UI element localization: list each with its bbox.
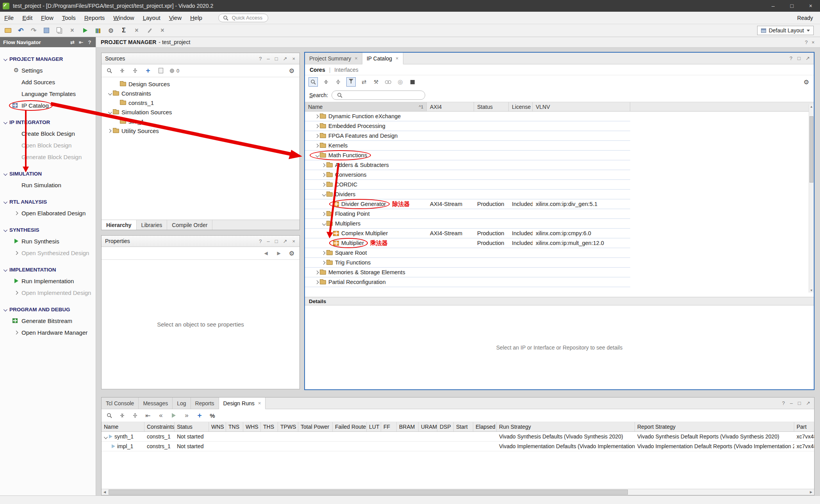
ip-row-multiplier[interactable]: Multiplier乘法器ProductionIncludedxilinx.co… [305,238,630,248]
column-header-name[interactable]: Name^1 [305,102,427,111]
float-button[interactable]: ↗ [282,56,288,62]
step-back-icon[interactable]: ⇤ [144,412,152,419]
flow-section-header-program-and-debug[interactable]: PROGRAM AND DEBUG [0,304,96,315]
ip-row-multipliers[interactable]: Multipliers [305,219,630,229]
tab-messages[interactable]: Messages [139,398,173,409]
settings-icon[interactable]: ⚙ [802,78,810,86]
tab-design-runs[interactable]: Design Runs× [219,398,266,409]
menu-edit[interactable]: Edit [18,12,37,24]
chevron-right-icon[interactable] [314,144,320,147]
chevron-right-icon[interactable] [314,271,320,274]
ip-row-fpga-features-and-design[interactable]: FPGA Features and Design [305,131,630,141]
menu-tools[interactable]: Tools [58,12,80,24]
delete-icon[interactable]: × [68,27,76,34]
undo-icon[interactable]: ↶ [17,27,25,34]
sidebar-item-run-implementation[interactable]: Run Implementation [0,275,96,287]
column-header-tns[interactable]: TNS [226,422,243,431]
flow-section-header-synthesis[interactable]: SYNTHESIS [0,224,96,235]
window-close-button[interactable]: × [801,0,820,12]
column-header-status[interactable]: Status [474,102,509,111]
clipboard-icon[interactable] [157,67,165,75]
sidebar-item-open-elaborated-design[interactable]: Open Elaborated Design [0,207,96,219]
run-row-synth-1[interactable]: synth_1constrs_1Not startedVivado Synthe… [102,432,814,442]
target-icon[interactable]: ◎ [396,78,404,86]
tab-hierarchy[interactable]: Hierarchy [102,220,137,230]
tab-interfaces[interactable]: Interfaces [334,67,358,73]
ip-row-partial-reconfiguration[interactable]: Partial Reconfiguration [305,277,630,287]
open-project-icon[interactable] [4,27,12,34]
properties-icon[interactable] [408,78,416,86]
sidebar-item-create-block-design[interactable]: Create Block Design [0,128,96,139]
collapse-all-icon[interactable] [322,78,330,86]
column-header-name[interactable]: Name [102,422,144,431]
ip-row-dividers[interactable]: Dividers [305,190,630,199]
sidebar-item-generate-block-design[interactable]: Generate Block Design [0,151,96,163]
vertical-scrollbar[interactable]: ▲ ▼ [809,105,814,293]
chevron-right-icon[interactable] [320,213,326,215]
chevron-right-icon[interactable] [320,183,326,186]
tree-item-utility-sources[interactable]: Utility Sources [102,126,299,135]
flow-section-header-rtl-analysis[interactable]: RTL ANALYSIS [0,196,96,207]
expand-all-icon[interactable] [334,78,342,86]
tree-item-constraints[interactable]: Constraints [102,89,299,98]
menu-reports[interactable]: Reports [80,12,109,24]
close-button[interactable]: × [291,238,296,244]
tab-compile-order[interactable]: Compile Order [167,220,212,230]
flow-section-header-implementation[interactable]: IMPLEMENTATION [0,264,96,275]
scrollbar-thumb[interactable] [109,490,628,495]
chevron-right-icon[interactable] [314,125,320,128]
close-tab-icon[interactable]: × [258,400,261,406]
close-tab-icon[interactable]: × [355,55,358,61]
sidebar-item-generate-bitstream[interactable]: Generate Bitstream [0,315,96,327]
sidebar-item-run-simulation[interactable]: Run Simulation [0,179,96,191]
scroll-right-icon[interactable]: ▶ [808,489,814,495]
link-icon[interactable] [384,78,392,86]
column-header-uram[interactable]: URAM [419,422,437,431]
settings-icon[interactable]: ⚙ [107,27,115,34]
menu-layout[interactable]: Layout [139,12,165,24]
sidebar-item-open-hardware-manager[interactable]: Open Hardware Manager [0,327,96,338]
column-header-run-strategy[interactable]: Run Strategy [497,422,635,431]
chevron-right-icon[interactable] [320,164,326,167]
add-icon[interactable]: + [144,67,152,75]
minimize-button[interactable]: – [266,238,270,244]
close-tab-icon[interactable]: × [396,55,399,61]
chevron-down-icon[interactable] [320,193,326,196]
play-icon[interactable] [170,412,178,419]
menu-window[interactable]: Window [109,12,138,24]
forward-icon[interactable]: ▶ [275,249,283,257]
ip-row-kernels[interactable]: Kernels [305,141,630,151]
menu-view[interactable]: View [165,12,186,24]
help-button[interactable]: ? [258,238,262,244]
search-icon[interactable] [105,412,113,419]
column-header-wns[interactable]: WNS [209,422,226,431]
tab-tcl-console[interactable]: Tcl Console [102,398,139,409]
add-icon[interactable]: + [196,412,203,419]
chevron-right-icon[interactable] [314,281,320,284]
minimize-button[interactable]: – [266,56,270,62]
sidebar-item-open-synthesized-design[interactable]: Open Synthesized Design [0,247,96,259]
flow-section-header-simulation[interactable]: SIMULATION [0,168,96,179]
rewind-icon[interactable]: « [157,412,165,419]
column-header-lut[interactable]: LUT [367,422,381,431]
float-button[interactable]: ↗ [805,400,811,406]
ip-row-floating-point[interactable]: Floating Point [305,209,630,219]
chevron-right-icon[interactable] [314,115,320,118]
edit-icon[interactable] [146,27,153,34]
menu-help[interactable]: Help [186,12,207,24]
run-icon[interactable] [81,27,89,34]
chevron-down-icon[interactable] [104,433,107,440]
column-header-start[interactable]: Start [454,422,473,431]
chevron-down-icon[interactable] [320,222,326,225]
menu-flow[interactable]: Flow [37,12,58,24]
help-button[interactable]: ? [781,400,786,406]
group-icon[interactable] [346,77,356,87]
ip-row-complex-multiplier[interactable]: Complex MultiplierAXI4-StreamProductionI… [305,229,630,238]
menu-file[interactable]: File [0,12,18,24]
help-button[interactable]: ? [804,39,808,45]
column-header-elapsed[interactable]: Elapsed [473,422,497,431]
column-header-dsp[interactable]: DSP [437,422,454,431]
scroll-down-icon[interactable]: ▼ [809,289,814,292]
flow-section-header-project-manager[interactable]: PROJECT MANAGER [0,53,96,64]
maximize-button[interactable]: □ [797,400,802,406]
